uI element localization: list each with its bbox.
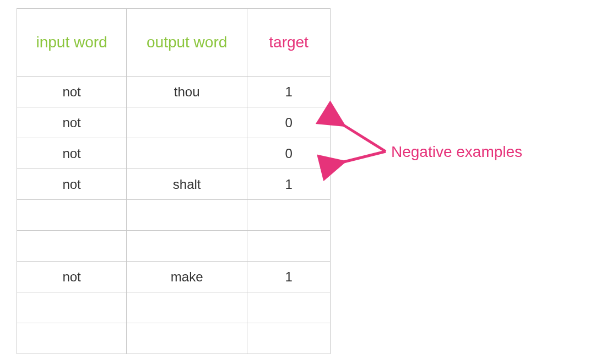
table-row: not shalt 1 [17, 169, 331, 200]
cell-output [127, 292, 247, 323]
cell-output [127, 200, 247, 231]
annotation-arrows-icon [331, 107, 397, 184]
svg-line-1 [342, 151, 386, 162]
table-row [17, 323, 331, 354]
cell-output: make [127, 262, 247, 292]
cell-output [127, 323, 247, 354]
cell-target: 0 [247, 138, 331, 169]
header-input-word: input word [17, 9, 127, 77]
cell-input [17, 231, 127, 262]
table-header-row: input word output word target [17, 9, 331, 77]
cell-input [17, 323, 127, 354]
table-row: not 0 [17, 107, 331, 138]
table-row [17, 231, 331, 262]
cell-target [247, 323, 331, 354]
cell-output [127, 138, 247, 169]
cell-input: not [17, 107, 127, 138]
cell-output [127, 107, 247, 138]
cell-output: shalt [127, 169, 247, 200]
cell-target: 1 [247, 77, 331, 107]
svg-line-0 [342, 124, 386, 151]
diagram-stage: input word output word target not thou 1… [0, 0, 595, 364]
annotation-negative-examples: Negative examples [391, 143, 522, 161]
cell-target: 0 [247, 107, 331, 138]
cell-input [17, 200, 127, 231]
cell-input [17, 292, 127, 323]
cell-input: not [17, 138, 127, 169]
cell-target: 1 [247, 169, 331, 200]
header-output-word: output word [127, 9, 247, 77]
cell-input: not [17, 262, 127, 292]
cell-target: 1 [247, 262, 331, 292]
table-row: not make 1 [17, 262, 331, 292]
header-target: target [247, 9, 331, 77]
table-row: not 0 [17, 138, 331, 169]
table-row [17, 200, 331, 231]
cell-output: thou [127, 77, 247, 107]
cell-target [247, 200, 331, 231]
cell-target [247, 231, 331, 262]
table-row [17, 292, 331, 323]
cell-input: not [17, 77, 127, 107]
training-examples-table: input word output word target not thou 1… [17, 8, 331, 354]
cell-output [127, 231, 247, 262]
table-row: not thou 1 [17, 77, 331, 107]
cell-target [247, 292, 331, 323]
cell-input: not [17, 169, 127, 200]
